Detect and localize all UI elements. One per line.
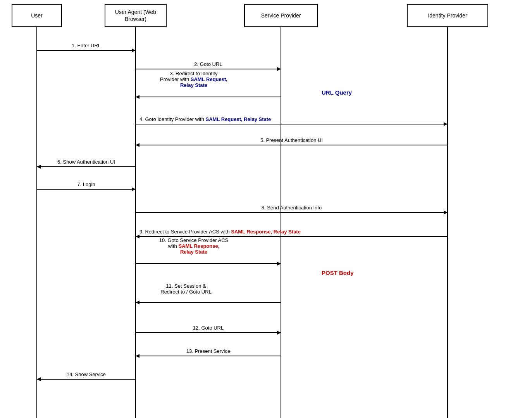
step-label-9: 9. Redirect to Service Provider ACS with…: [139, 229, 301, 235]
svg-marker-7: [277, 67, 281, 71]
actor-sp: Service Provider: [244, 4, 318, 27]
step-label-8: 8. Send Authentication Info: [253, 205, 331, 211]
svg-marker-27: [277, 331, 281, 335]
svg-marker-17: [132, 187, 136, 191]
svg-marker-9: [136, 95, 139, 99]
sequence-diagram: UserUser Agent (Web Browser)Service Prov…: [0, 0, 532, 418]
step-label-2: 2. Goto URL: [170, 61, 247, 67]
step-label-4: 4. Goto Identity Provider with SAML Requ…: [139, 116, 271, 122]
svg-marker-29: [136, 354, 139, 358]
step-label-3: 3. Redirect to IdentityProvider with SAM…: [139, 71, 248, 88]
step-label-7: 7. Login: [48, 181, 125, 187]
post-body-annotation: POST Body: [322, 269, 354, 276]
step-label-12: 12. Goto URL: [170, 325, 247, 331]
svg-marker-31: [37, 377, 41, 381]
step-label-6: 6. Show Authentication UI: [48, 159, 125, 165]
svg-marker-11: [444, 122, 448, 126]
svg-marker-13: [136, 143, 139, 147]
url-query-annotation: URL Query: [322, 89, 352, 96]
actor-idp: Identity Provider: [407, 4, 488, 27]
step-label-1: 1. Enter URL: [48, 43, 125, 48]
svg-marker-5: [132, 48, 136, 52]
step-label-14: 14. Show Service: [48, 371, 125, 377]
svg-marker-19: [444, 211, 448, 214]
step-label-11: 11. Set Session &Redirect to / Goto URL: [139, 283, 232, 295]
svg-marker-21: [136, 235, 139, 238]
actor-useragent: User Agent (Web Browser): [105, 4, 167, 27]
svg-marker-15: [37, 165, 41, 169]
step-label-5: 5. Present Authentication UI: [253, 137, 331, 143]
actor-user: User: [12, 4, 62, 27]
svg-marker-25: [136, 301, 139, 304]
step-label-10: 10. Goto Service Provider ACSwith SAML R…: [139, 237, 248, 255]
step-label-13: 13. Present Service: [170, 348, 247, 354]
svg-marker-23: [277, 262, 281, 266]
